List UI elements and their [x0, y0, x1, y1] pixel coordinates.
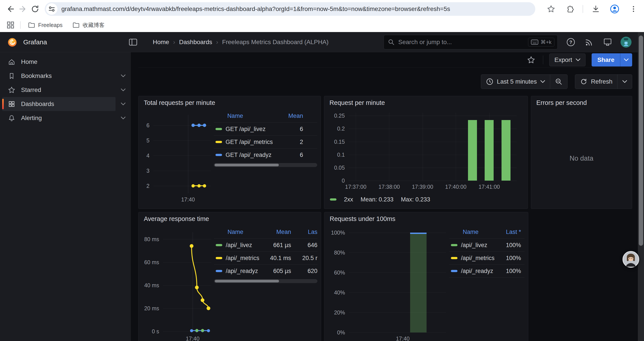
assistant-avatar-icon — [622, 251, 639, 268]
legend-row[interactable]: /api/_readyz 100% — [449, 264, 524, 278]
chevron-down-icon — [624, 58, 629, 62]
series-name[interactable]: /api/_readyz — [226, 268, 254, 274]
page-scrollbar-thumb[interactable] — [639, 36, 643, 246]
sidebar-item-dashboards[interactable]: Dashboards — [2, 97, 116, 111]
legend-header-mean[interactable]: Mean — [254, 229, 291, 235]
sidebar-item-bookmarks[interactable]: Bookmarks — [2, 69, 116, 83]
extensions-button[interactable] — [564, 3, 576, 15]
bookmark-page-button[interactable] — [545, 3, 557, 15]
legend-scrollbar-thumb[interactable] — [214, 164, 279, 166]
legend-scrollbar[interactable] — [214, 163, 317, 167]
folder-icon — [28, 22, 35, 28]
series-name[interactable]: /api/_readyz — [461, 268, 492, 274]
legend-row[interactable]: /api/_livez 100% — [449, 238, 524, 251]
address-bar[interactable]: grafana.mathmast.com/d/deytv4rwavabkb/fr… — [45, 2, 535, 16]
legend-row[interactable]: GET /api/_livez 6 — [214, 122, 317, 135]
bookmark-folder-blogs[interactable]: 收藏博客 — [70, 20, 107, 30]
panel-title[interactable]: Average response time — [138, 212, 321, 224]
kiosk-mode-button[interactable] — [602, 37, 613, 48]
chevron-down-icon[interactable] — [121, 103, 126, 106]
panel-title[interactable]: Total requests per minute — [138, 96, 321, 108]
legend-scrollbar[interactable] — [214, 279, 318, 283]
search-box[interactable]: ⌘+k — [384, 35, 558, 49]
zoom-out-button[interactable] — [550, 75, 567, 89]
sidebar-item-home[interactable]: Home — [2, 55, 116, 69]
kebab-menu-icon — [629, 5, 638, 14]
series-name[interactable]: /api/_metrics — [226, 255, 254, 261]
bookmark-folder-freeleaps[interactable]: Freeleaps — [26, 21, 65, 30]
legend-header-name[interactable]: Name — [463, 229, 492, 235]
help-button[interactable]: ? — [565, 37, 576, 48]
forward-icon — [18, 4, 28, 14]
site-settings-button[interactable] — [46, 3, 58, 15]
chevron-down-icon — [576, 58, 580, 62]
toolbar-actions — [545, 3, 640, 15]
breadcrumb-home[interactable]: Home — [153, 39, 169, 46]
tune-icon — [48, 6, 55, 12]
series-name[interactable]: /api/_metrics — [461, 255, 492, 261]
panel-title[interactable]: Requests under 100ms — [324, 212, 528, 224]
news-button[interactable] — [584, 37, 595, 48]
back-button[interactable] — [4, 3, 17, 15]
series-name[interactable]: GET /api/_livez — [226, 126, 277, 133]
breadcrumb-dashboards[interactable]: Dashboards — [179, 39, 212, 46]
sidebar-item-starred[interactable]: Starred — [2, 83, 116, 97]
time-range-picker[interactable]: Last 5 minutes — [481, 75, 550, 89]
share-menu-button[interactable] — [620, 53, 632, 67]
share-split-button: Share — [592, 53, 632, 67]
home-icon — [2, 58, 21, 66]
series-name[interactable]: /api/_livez — [226, 242, 254, 249]
sidebar-toggle-button[interactable] — [129, 38, 138, 46]
under-100ms-chart[interactable]: 100%80%60%40%20%0%17:40 — [328, 224, 449, 341]
legend-row[interactable]: /api/_readyz 605 µs 620 — [214, 264, 318, 277]
legend-line[interactable]: 2xx Mean: 0.233 Max: 0.233 — [328, 193, 524, 206]
legend-row[interactable]: /api/_metrics 40.1 ms 20.5 r — [214, 251, 318, 264]
total-requests-chart[interactable]: 6543217:40 — [142, 108, 214, 206]
floating-assistant-avatar[interactable] — [622, 251, 639, 268]
bell-icon — [2, 114, 21, 122]
legend-row[interactable]: GET /api/_readyz 6 — [214, 148, 317, 161]
series-swatch — [216, 128, 222, 130]
request-per-minute-chart[interactable]: 0.250.20.150.10.05017:37:0017:38:0017:39… — [328, 108, 524, 193]
share-label: Share — [597, 56, 614, 63]
panel-title[interactable]: Errors per second — [531, 96, 632, 108]
favorite-dashboard-button[interactable] — [526, 54, 537, 66]
search-input[interactable] — [398, 38, 525, 46]
chevron-down-icon[interactable] — [121, 74, 126, 78]
user-avatar[interactable] — [620, 37, 632, 48]
forward-button[interactable] — [17, 3, 29, 15]
series-name[interactable]: 2xx — [344, 196, 353, 203]
panel-title[interactable]: Request per minute — [324, 96, 528, 108]
panel-errors-per-second: Errors per second No data — [531, 96, 632, 209]
page-scrollbar[interactable] — [638, 32, 644, 341]
avg-response-chart[interactable]: 80 ms60 ms40 ms20 ms0 s17:40 — [142, 224, 214, 341]
star-icon — [546, 5, 556, 14]
legend-header-last[interactable]: Las — [291, 229, 318, 235]
profile-button[interactable] — [608, 3, 621, 15]
legend-header-name[interactable]: Name — [228, 229, 254, 235]
series-name[interactable]: GET /api/_readyz — [226, 152, 277, 158]
series-name[interactable]: GET /api/_metrics — [226, 139, 277, 146]
legend-row[interactable]: GET /api/_metrics 2 — [214, 135, 317, 148]
apps-button[interactable] — [6, 20, 15, 30]
browser-menu-button[interactable] — [627, 3, 640, 15]
reload-button[interactable] — [29, 3, 41, 15]
legend-row[interactable]: /api/_livez 661 µs 646 — [214, 238, 318, 251]
series-name[interactable]: /api/_livez — [461, 242, 492, 249]
export-button[interactable]: Export — [549, 54, 586, 66]
sidebar-item-label: Dashboards — [21, 101, 54, 108]
legend-row[interactable]: /api/_metrics 100% — [449, 251, 524, 264]
legend-header-last[interactable]: Last * — [492, 229, 521, 235]
series-mean: 6 — [277, 152, 303, 158]
sidebar-item-alerting[interactable]: Alerting — [2, 111, 116, 125]
chevron-down-icon[interactable] — [121, 117, 126, 120]
legend-scrollbar-thumb[interactable] — [215, 280, 279, 282]
downloads-button[interactable] — [590, 3, 602, 15]
legend-header-mean[interactable]: Mean — [277, 113, 303, 119]
legend-header-name[interactable]: Name — [227, 113, 277, 119]
legend-table: Name Mean Las /api/_livez 661 µs 646 — [214, 224, 318, 341]
refresh-button[interactable]: Refresh — [575, 75, 617, 89]
refresh-interval-button[interactable] — [617, 75, 632, 89]
share-button[interactable]: Share — [592, 53, 620, 67]
chevron-down-icon[interactable] — [121, 88, 126, 92]
